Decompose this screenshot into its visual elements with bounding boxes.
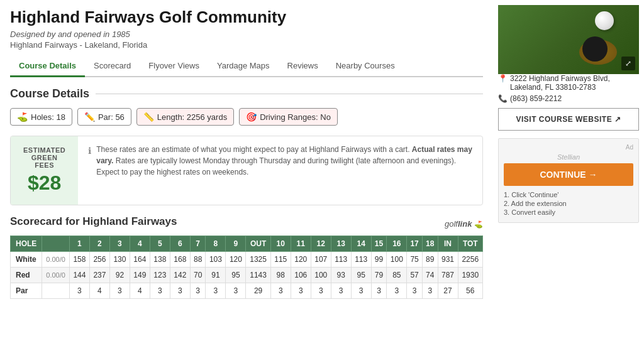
col-7: 7 [190,236,206,252]
tab-nearby-courses[interactable]: Nearby Courses [327,56,404,77]
col-16: 16 [387,236,407,252]
course-subtitle: Designed by and opened in 1985 [10,30,483,39]
scorecard-header: HOLE 1 2 3 4 5 6 7 8 9 OUT 10 11 12 13 [11,236,483,252]
course-location: Highland Fairways - Lakeland, Florida [10,40,483,50]
course-title: Highland Fairways Golf Community [10,8,483,27]
length-icon: 📏 [143,112,154,122]
holes-icon: ⛳ [17,112,28,122]
tab-flyover-views[interactable]: Flyover Views [140,56,208,77]
section-title: Course Details [10,87,483,100]
ad-label: Ad [504,144,633,151]
col-out: OUT [246,236,270,252]
tab-reviews[interactable]: Reviews [279,56,327,77]
driving-label: Driving Ranges: No [260,112,331,122]
col-hcp [42,236,70,252]
address-block: 📍 3222 Highland Fairways Blvd, Lakeland,… [498,74,639,103]
col-hole: HOLE [11,236,42,252]
fees-box: ESTIMATED GREEN FEES $28 ℹ These rates a… [10,136,483,205]
par-badge: ✏️ Par: 56 [77,108,131,126]
phone-icon: 📞 [498,94,508,103]
col-9: 9 [226,236,246,252]
expand-image-button[interactable]: ⤢ [621,57,635,70]
visit-course-button[interactable]: VISIT COURSE WEBSITE ↗ [498,108,639,131]
col-1: 1 [69,236,89,252]
col-5: 5 [150,236,170,252]
row-red-label: Red [11,268,42,283]
row-white-hcp: 0.00/0 [42,252,70,268]
address-text: 3222 Highland Fairways Blvd, Lakeland, F… [510,74,639,92]
par-icon: ✏️ [84,112,95,122]
length-label: Length: 2256 yards [157,112,227,122]
continue-button[interactable]: CONTINUE → [504,163,633,186]
table-row: White 0.00/0 158 256 130 164 138 168 88 … [11,252,483,268]
row-red-hcp: 0.00/0 [42,268,70,283]
address-line: 📍 3222 Highland Fairways Blvd, Lakeland,… [498,74,639,92]
table-row: Red 0.00/0 144 237 92 149 123 142 70 91 … [11,268,483,283]
col-13: 13 [331,236,351,252]
scorecard-header-row: Scorecard for Highland Fairways golflink… [10,215,483,232]
row-white-label: White [11,252,42,268]
fees-label: ESTIMATED GREEN FEES [23,146,65,169]
ad-steps: 1. Click 'Continue' 2. Add the extension… [504,191,633,216]
col-2: 2 [89,236,109,252]
fees-disclaimer: These rates are an estimate of what you … [96,144,472,178]
col-tot: TOT [458,236,482,252]
col-8: 8 [206,236,226,252]
col-15: 15 [371,236,387,252]
course-badges: ⛳ Holes: 18 ✏️ Par: 56 📏 Length: 2256 ya… [10,108,483,126]
phone-text: (863) 859-2212 [510,94,562,103]
info-icon: ℹ [88,144,91,158]
col-12: 12 [311,236,331,252]
col-14: 14 [351,236,371,252]
par-label: Par: 56 [98,112,125,122]
tabs-nav: Course Details Scorecard Flyover Views Y… [10,56,483,77]
tab-yardage-maps[interactable]: Yardage Maps [208,56,279,77]
ad-step-1: 1. Click 'Continue' [504,191,633,198]
row-par-label: Par [11,283,42,299]
holes-badge: ⛳ Holes: 18 [10,108,72,126]
scorecard-table: HOLE 1 2 3 4 5 6 7 8 9 OUT 10 11 12 13 [10,235,483,299]
driving-badge: 🎯 Driving Ranges: No [239,108,338,126]
length-badge: 📏 Length: 2256 yards [136,108,234,126]
golflink-logo: golflink ⛳ [445,219,483,229]
ad-step-2: 2. Add the extension [504,200,633,207]
ad-step-3: 3. Convert easily [504,208,633,216]
scorecard-title: Scorecard for Highland Fairways [10,215,177,228]
tab-course-details[interactable]: Course Details [10,56,85,77]
col-18: 18 [422,236,438,252]
col-10: 10 [270,236,291,252]
col-3: 3 [109,236,130,252]
ad-brand: Stellian [504,153,633,161]
col-17: 17 [407,236,423,252]
col-6: 6 [170,236,190,252]
row-par-hcp [42,283,70,299]
location-icon: 📍 [498,74,508,83]
fees-right: ℹ These rates are an estimate of what yo… [78,136,482,205]
tab-scorecard[interactable]: Scorecard [85,56,140,77]
holes-label: Holes: 18 [31,112,65,122]
table-row: Par 3 4 3 4 3 3 3 3 3 29 3 3 3 3 3 [11,283,483,299]
fees-amount: $28 [23,171,65,195]
fees-left: ESTIMATED GREEN FEES $28 [11,136,78,205]
right-sidebar: ⤢ 📍 3222 Highland Fairways Blvd, Lakelan… [493,0,644,306]
phone-line: 📞 (863) 859-2212 [498,94,639,103]
col-4: 4 [130,236,150,252]
ad-banner: Ad Stellian CONTINUE → 1. Click 'Continu… [498,138,639,223]
driving-icon: 🎯 [246,112,257,122]
col-in: IN [438,236,458,252]
col-11: 11 [291,236,311,252]
course-image: ⤢ [498,5,639,74]
